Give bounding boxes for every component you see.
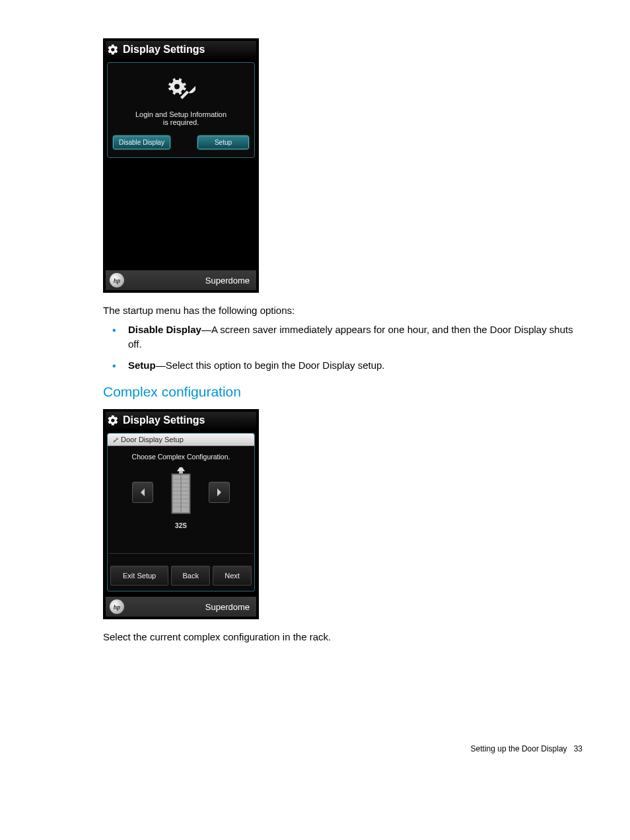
config-selector: 32S [108, 465, 254, 535]
hp-logo-icon: hp [110, 599, 124, 614]
options-list: Disable Display—A screen saver immediate… [112, 323, 582, 372]
next-nav-button[interactable]: Next [213, 566, 252, 586]
after-text: Select the current complex configuration… [103, 631, 582, 642]
prev-button[interactable] [132, 482, 153, 503]
screenshot-complex-configuration: Display Settings Door Display Setup Choo… [103, 409, 259, 619]
hp-logo-icon: hp [110, 273, 124, 287]
subheader: Door Display Setup [108, 434, 254, 446]
section-heading: Complex configuration [103, 384, 582, 400]
footer-brand: Superdome [205, 276, 250, 286]
disable-display-button[interactable]: Disable Display [113, 135, 170, 149]
gear-icon [107, 414, 119, 426]
intro-text: The startup menu has the following optio… [103, 305, 582, 316]
exit-setup-button[interactable]: Exit Setup [110, 566, 168, 586]
screenshot-display-settings-login: Display Settings Login and Setup Informa… [103, 38, 259, 293]
bullet-rest: —Select this option to begin the Door Di… [156, 360, 385, 371]
back-button[interactable]: Back [171, 566, 210, 586]
chevron-left-icon [139, 488, 146, 496]
footer-page: 33 [574, 744, 582, 753]
rack-option[interactable]: 32S [168, 467, 194, 529]
page-footer: Setting up the Door Display 33 [471, 744, 582, 753]
device-footer: hp Superdome [106, 597, 256, 617]
message-line2: is required. [113, 118, 249, 126]
wrench-icon [112, 436, 118, 443]
setup-panel: Door Display Setup Choose Complex Config… [107, 433, 255, 592]
bullet-bold: Setup [128, 360, 156, 371]
title-text: Display Settings [123, 414, 205, 426]
subheader-text: Door Display Setup [121, 436, 184, 443]
footer-brand: Superdome [205, 602, 250, 612]
choose-text: Choose Complex Configuration. [108, 446, 254, 465]
rack-label: 32S [168, 522, 194, 529]
bullet-bold: Disable Display [128, 324, 201, 335]
device-footer: hp Superdome [106, 270, 256, 290]
list-item: Disable Display—A screen saver immediate… [112, 323, 582, 352]
login-panel: Login and Setup Information is required.… [107, 62, 255, 158]
svg-rect-0 [179, 471, 183, 474]
gear-wrench-icon [113, 76, 249, 104]
footer-section: Setting up the Door Display [471, 744, 567, 753]
server-rack-icon [168, 467, 194, 516]
list-item: Setup—Select this option to begin the Do… [112, 358, 582, 373]
next-button[interactable] [209, 482, 230, 503]
chevron-right-icon [216, 488, 223, 496]
titlebar: Display Settings [106, 41, 256, 59]
message-line1: Login and Setup Information [113, 110, 249, 118]
gear-icon [107, 44, 119, 56]
title-text: Display Settings [123, 44, 205, 56]
setup-button[interactable]: Setup [197, 135, 249, 149]
titlebar: Display Settings [106, 412, 256, 430]
bottom-buttons: Exit Setup Back Next [110, 566, 252, 586]
